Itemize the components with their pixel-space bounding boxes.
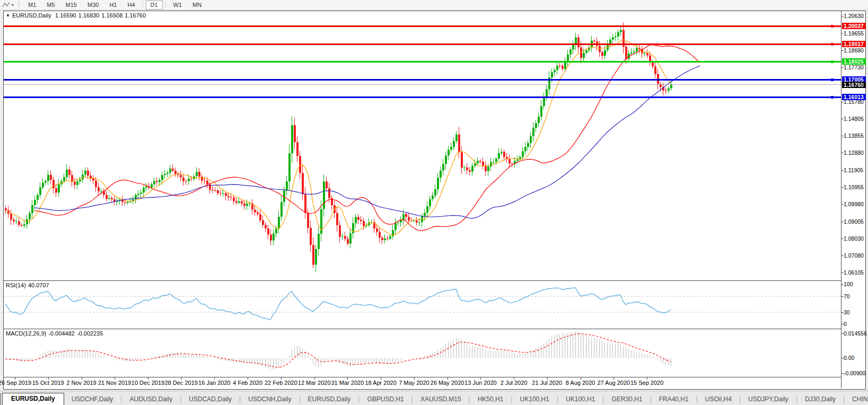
timeframe-buttons: M1M5M15M30H1H4D1W1MN bbox=[23, 1, 207, 10]
mt4-window: ▾ M1M5M15M30H1H4D1W1MN ▼EURUSD,Daily 1.1… bbox=[0, 0, 868, 405]
line-handle[interactable] bbox=[831, 78, 834, 81]
line-price-label: 1.18025 bbox=[842, 58, 866, 65]
rsi-title: RSI(14)40.0707 bbox=[6, 282, 51, 288]
horizontal-line-1.20037[interactable] bbox=[4, 25, 841, 27]
chart-title: ▼EURUSD,Daily 1.165901.168301.165081.167… bbox=[6, 12, 148, 19]
rsi-tick-label: 100 bbox=[844, 281, 853, 287]
tab-eurusd-daily[interactable]: EURUSD,Daily bbox=[301, 394, 358, 405]
tab-hk50-h1[interactable]: HK50,H1 bbox=[470, 394, 511, 405]
price-tick-label: 1.07080 bbox=[844, 252, 864, 259]
tab-bar-edge bbox=[0, 393, 1, 405]
toolbar-separator bbox=[165, 2, 166, 8]
tab-usdcnh-daily[interactable]: USDCNH,Daily bbox=[241, 394, 299, 405]
macd-canvas[interactable] bbox=[4, 329, 841, 377]
macd-tick-label: 0.00 bbox=[844, 355, 854, 361]
toolbar-grip[interactable] bbox=[18, 2, 20, 8]
price-tick-label: 1.12880 bbox=[844, 149, 864, 156]
tab-eurusd-daily-active[interactable]: EURUSD,Daily bbox=[2, 393, 64, 405]
price-tick-label: 1.09005 bbox=[844, 218, 864, 225]
chart-tab-bar: EURUSD,DailyUSDCHF,Daily|AUDUSD,Daily|US… bbox=[0, 391, 868, 405]
tab-audusd-daily[interactable]: AUDUSD,Daily bbox=[122, 394, 180, 405]
rsi-tick-label: 0 bbox=[844, 321, 847, 327]
price-tick-label: 1.10955 bbox=[844, 184, 864, 190]
macd-name-label: MACD(12,26,9) bbox=[6, 330, 46, 337]
rsi-panel[interactable]: RSI(14)40.0707 bbox=[4, 281, 841, 329]
price-tick-label: 1.09980 bbox=[844, 201, 864, 207]
timeframe-button-m15[interactable]: M15 bbox=[61, 1, 82, 10]
ohlc-close: 1.16760 bbox=[125, 12, 146, 19]
macd-tick-label: 0.014556 bbox=[844, 330, 867, 337]
price-chart-panel[interactable]: ▼EURUSD,Daily 1.165901.168301.165081.167… bbox=[4, 11, 841, 280]
timeframe-toolbar: ▾ M1M5M15M30H1H4D1W1MN bbox=[0, 0, 868, 10]
rsi-name-label: RSI(14) bbox=[6, 282, 26, 288]
chart-title-marker-icon: ▼ bbox=[6, 13, 10, 18]
horizontal-line-1.18025[interactable] bbox=[4, 61, 841, 63]
line-handle[interactable] bbox=[831, 25, 834, 28]
timeframe-button-m1[interactable]: M1 bbox=[23, 1, 41, 10]
horizontal-line-1.16013[interactable] bbox=[4, 96, 841, 98]
horizontal-line-1.19017[interactable] bbox=[4, 43, 841, 45]
line-tools-icon bbox=[2, 2, 11, 8]
macd-title: MACD(12,26,9)-0.004482-0.002235 bbox=[6, 330, 106, 337]
tab-dj30-daily[interactable]: DJ30,Daily bbox=[797, 394, 843, 405]
timeframe-button-w1[interactable]: W1 bbox=[169, 1, 187, 10]
tab-ger30-h1[interactable]: GER30,H1 bbox=[604, 394, 650, 405]
candlestick-canvas[interactable] bbox=[4, 11, 841, 280]
tab-fra40-h1[interactable]: FRA40,H1 bbox=[652, 394, 696, 405]
timeframe-button-h4[interactable]: H4 bbox=[122, 1, 139, 10]
tab-usdjpy-daily[interactable]: USDJPY,Daily bbox=[741, 394, 796, 405]
date-tick-label: 15 Sep 2020 bbox=[623, 380, 671, 386]
macd-panel[interactable]: MACD(12,26,9)-0.004482-0.002235 bbox=[4, 329, 841, 377]
current-price-label: 1.16760 bbox=[842, 82, 866, 88]
timeframe-button-m30[interactable]: M30 bbox=[83, 1, 103, 10]
rsi-value-label: 40.0707 bbox=[28, 282, 49, 288]
rsi-canvas[interactable] bbox=[4, 281, 841, 329]
timeframe-button-mn[interactable]: MN bbox=[188, 1, 206, 10]
line-price-label: 1.20037 bbox=[842, 23, 866, 29]
tab-gbpusd-h1[interactable]: GBPUSD,H1 bbox=[360, 394, 411, 405]
price-tick-label: 1.18680 bbox=[844, 47, 864, 54]
ohlc-high: 1.16830 bbox=[78, 12, 100, 19]
price-axis[interactable]: 1.206301.196551.186801.177301.157801.148… bbox=[841, 11, 865, 388]
line-handle[interactable] bbox=[831, 43, 834, 46]
tab-uk100-h1[interactable]: UK100,H1 bbox=[513, 394, 557, 405]
tab-usdcad-daily[interactable]: USDCAD,Daily bbox=[181, 394, 239, 405]
price-tick-label: 1.17730 bbox=[844, 64, 864, 71]
chart-tabs: EURUSD,DailyUSDCHF,Daily|AUDUSD,Daily|US… bbox=[2, 393, 868, 405]
price-tick-label: 1.13855 bbox=[844, 133, 864, 139]
macd-tick-label: -0.00900 bbox=[844, 370, 865, 376]
price-tick-label: 1.19655 bbox=[844, 30, 864, 37]
ohlc-open: 1.16590 bbox=[55, 12, 76, 19]
dropdown-caret-icon: ▾ bbox=[12, 3, 14, 7]
price-tick-label: 1.08030 bbox=[844, 235, 864, 242]
tab-usoil-h4[interactable]: USOil,H4 bbox=[698, 394, 739, 405]
horizontal-line-1.17005[interactable] bbox=[4, 79, 841, 81]
chart-symbol-label: EURUSD,Daily bbox=[12, 12, 51, 19]
line-handle[interactable] bbox=[831, 60, 834, 63]
tab-xauusd-m15[interactable]: XAUUSD,M15 bbox=[413, 394, 469, 405]
rsi-tick-label: 70 bbox=[844, 293, 850, 300]
price-tick-label: 1.06105 bbox=[844, 269, 864, 276]
price-tick-label: 1.11905 bbox=[844, 167, 863, 173]
date-axis[interactable]: 26 Sep 201915 Oct 20192 Nov 201921 Nov 2… bbox=[4, 377, 841, 388]
macd-signal-value-label: -0.002235 bbox=[77, 330, 103, 337]
current-price-line bbox=[4, 84, 841, 85]
rsi-tick-label: 30 bbox=[844, 309, 850, 315]
macd-main-value-label: -0.004482 bbox=[48, 330, 75, 337]
timeframe-button-d1[interactable]: D1 bbox=[146, 1, 163, 10]
price-tick-label: 1.14805 bbox=[844, 116, 864, 122]
tab-usdchf-daily[interactable]: USDCHF,Daily bbox=[64, 394, 121, 405]
price-tick-label: 1.20630 bbox=[844, 13, 864, 19]
ohlc-low: 1.16508 bbox=[101, 12, 122, 19]
tab-uk100-h1[interactable]: UK100,H1 bbox=[558, 394, 602, 405]
line-price-label: 1.19017 bbox=[842, 41, 866, 47]
line-price-label: 1.16013 bbox=[842, 94, 866, 100]
line-handle[interactable] bbox=[831, 96, 834, 99]
line-tools-button[interactable]: ▾ bbox=[0, 0, 16, 10]
tab-china300-h1[interactable]: CHINA300,H1 bbox=[845, 394, 868, 405]
chart-window: ▼EURUSD,Daily 1.165901.168301.165081.167… bbox=[3, 11, 866, 390]
toolbar-separator bbox=[143, 2, 143, 8]
timeframe-button-h1[interactable]: H1 bbox=[104, 1, 121, 10]
timeframe-button-m5[interactable]: M5 bbox=[42, 1, 59, 10]
